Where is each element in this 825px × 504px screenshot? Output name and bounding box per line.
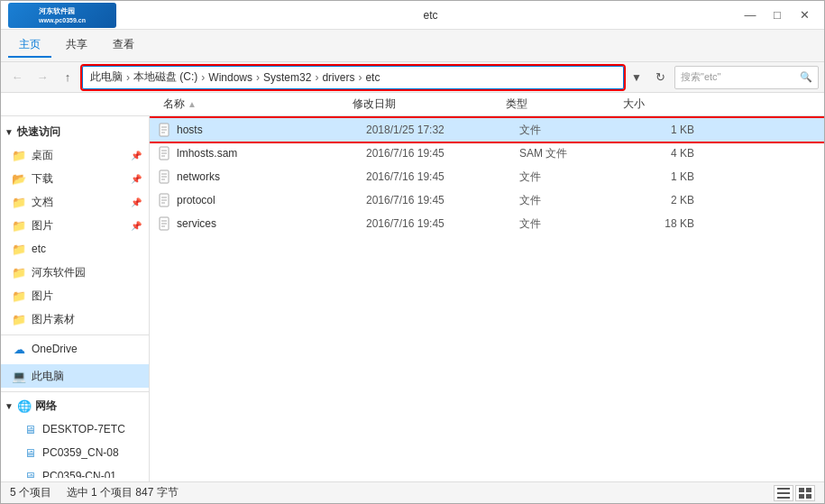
pin-icon: 📌 bbox=[131, 151, 142, 160]
tab-share[interactable]: 共享 bbox=[55, 33, 98, 58]
breadcrumb-drivers: drivers bbox=[322, 71, 354, 84]
forward-button[interactable]: → bbox=[32, 67, 53, 88]
svg-rect-26 bbox=[806, 494, 811, 499]
folder-icon: 📁 bbox=[12, 242, 26, 256]
sidebar: ▼ 快速访问 📁 桌面 📌 📂 下载 📌 📁 bbox=[1, 116, 150, 481]
file-size: 2 KB bbox=[637, 194, 709, 206]
status-bar: 5 个项目 选中 1 个项目 847 字节 bbox=[1, 481, 824, 503]
svg-rect-21 bbox=[777, 492, 790, 494]
file-type: 文件 bbox=[519, 216, 637, 232]
thispc-section: 💻 此电脑 bbox=[1, 364, 149, 388]
file-date: 2016/7/16 19:45 bbox=[366, 194, 519, 206]
tab-view[interactable]: 查看 bbox=[102, 33, 145, 58]
file-size: 18 KB bbox=[637, 217, 709, 230]
file-date: 2016/7/16 19:45 bbox=[366, 147, 519, 160]
file-type: 文件 bbox=[519, 170, 637, 185]
file-size: 1 KB bbox=[637, 124, 709, 136]
folder-icon: 📁 bbox=[12, 218, 26, 233]
sidebar-item-thispc[interactable]: 💻 此电脑 bbox=[1, 364, 149, 388]
title-bar: 河东软件园www.pc0359.cn etc — □ ✕ bbox=[1, 1, 824, 30]
file-explorer-window: 河东软件园www.pc0359.cn etc — □ ✕ 主页 共享 查看 ← … bbox=[0, 0, 825, 504]
file-icon bbox=[157, 169, 173, 185]
search-box[interactable]: 搜索"etc" 🔍 bbox=[674, 66, 819, 89]
pin-icon: 📌 bbox=[131, 221, 142, 231]
computer-icon: 💻 bbox=[12, 369, 26, 383]
sort-arrow-icon: ▲ bbox=[188, 99, 197, 109]
file-date: 2016/7/16 19:45 bbox=[366, 217, 519, 230]
sidebar-item-pictures[interactable]: 📁 图片 📌 bbox=[1, 214, 149, 237]
file-name: services bbox=[177, 217, 366, 230]
file-row-networks[interactable]: networks 2016/7/16 19:45 文件 1 KB bbox=[150, 165, 824, 188]
sidebar-item-pictures-mat[interactable]: 📁 图片素材 bbox=[1, 307, 149, 331]
file-date: 2016/7/16 19:45 bbox=[366, 170, 519, 183]
network-header[interactable]: ▼ 🌐 网络 bbox=[1, 394, 149, 417]
svg-rect-25 bbox=[799, 494, 804, 499]
sidebar-item-desktop7etc[interactable]: 🖥 DESKTOP-7ETC bbox=[1, 417, 149, 441]
computer-icon: 🖥 bbox=[23, 445, 37, 460]
file-name: networks bbox=[177, 170, 366, 183]
up-button[interactable]: ↑ bbox=[57, 67, 78, 88]
sidebar-item-pictures2[interactable]: 📁 图片 bbox=[1, 284, 149, 307]
file-type: 文件 bbox=[519, 123, 637, 138]
file-name: lmhosts.sam bbox=[177, 147, 366, 160]
sidebar-item-hedong[interactable]: 📁 河东软件园 bbox=[1, 261, 149, 284]
file-icon bbox=[157, 215, 173, 232]
file-row-hosts[interactable]: hosts 2018/1/25 17:32 文件 1 KB bbox=[150, 118, 824, 142]
maximize-button[interactable]: □ bbox=[765, 6, 790, 24]
network-icon: 🌐 bbox=[17, 399, 32, 413]
sidebar-item-desktop[interactable]: 📁 桌面 📌 bbox=[1, 143, 149, 167]
tab-home[interactable]: 主页 bbox=[8, 33, 51, 58]
address-bar[interactable]: 此电脑 › 本地磁盘 (C:) › Windows › System32 › d… bbox=[82, 66, 624, 89]
minimize-button[interactable]: — bbox=[738, 6, 763, 24]
sidebar-item-documents[interactable]: 📁 文档 📌 bbox=[1, 190, 149, 214]
refresh-button[interactable]: ↻ bbox=[649, 67, 671, 88]
main-area: ▼ 快速访问 📁 桌面 📌 📂 下载 📌 📁 bbox=[1, 116, 824, 481]
search-placeholder: 搜索"etc" bbox=[681, 70, 720, 84]
svg-rect-24 bbox=[806, 488, 811, 492]
breadcrumb-thispc: 此电脑 bbox=[90, 69, 123, 85]
file-list: hosts 2018/1/25 17:32 文件 1 KB lmhosts.sa… bbox=[150, 116, 824, 481]
col-header-size[interactable]: 大小 bbox=[623, 96, 695, 112]
close-button[interactable]: ✕ bbox=[792, 6, 817, 24]
file-size: 1 KB bbox=[637, 170, 709, 183]
network-section: ▼ 🌐 网络 🖥 DESKTOP-7ETC 🖥 PC0359_CN-08 🖥 bbox=[1, 394, 149, 478]
sidebar-item-pc0359-01[interactable]: 🖥 PC0359-CN-01 bbox=[1, 464, 149, 478]
toolbar: 主页 共享 查看 bbox=[1, 30, 824, 62]
column-headers: 名称 ▲ 修改日期 类型 大小 bbox=[1, 93, 824, 116]
address-dropdown-button[interactable]: ▼ bbox=[628, 67, 646, 88]
breadcrumb-c: 本地磁盘 (C:) bbox=[133, 69, 197, 85]
file-icon bbox=[157, 122, 173, 138]
details-view-button[interactable] bbox=[774, 485, 793, 501]
breadcrumb-windows: Windows bbox=[208, 71, 252, 84]
breadcrumb-system32: System32 bbox=[263, 71, 311, 84]
back-button[interactable]: ← bbox=[6, 67, 28, 88]
file-date: 2018/1/25 17:32 bbox=[366, 124, 519, 136]
col-header-type[interactable]: 类型 bbox=[506, 96, 623, 112]
status-items-count: 5 个项目 选中 1 个项目 847 字节 bbox=[10, 485, 179, 500]
sidebar-item-downloads[interactable]: 📂 下载 📌 bbox=[1, 167, 149, 190]
window-controls: — □ ✕ bbox=[738, 6, 817, 24]
sidebar-item-pc0359-08[interactable]: 🖥 PC0359_CN-08 bbox=[1, 441, 149, 464]
search-icon: 🔍 bbox=[800, 71, 812, 83]
col-header-date[interactable]: 修改日期 bbox=[353, 96, 506, 112]
file-row-protocol[interactable]: protocol 2016/7/16 19:45 文件 2 KB bbox=[150, 188, 824, 212]
folder-icon: 📁 bbox=[12, 148, 26, 162]
file-row-services[interactable]: services 2016/7/16 19:45 文件 18 KB bbox=[150, 212, 824, 235]
folder-icon: 📁 bbox=[12, 195, 26, 209]
svg-rect-23 bbox=[799, 488, 804, 492]
onedrive-section: ☁ OneDrive bbox=[1, 337, 149, 361]
file-icon bbox=[157, 145, 173, 161]
expand-icon: ▼ bbox=[5, 401, 14, 411]
large-icons-view-button[interactable] bbox=[795, 485, 815, 501]
quick-access-header[interactable]: ▼ 快速访问 bbox=[1, 120, 149, 143]
breadcrumb: 此电脑 › 本地磁盘 (C:) › Windows › System32 › d… bbox=[90, 69, 380, 85]
folder-icon: 📂 bbox=[12, 171, 26, 186]
breadcrumb-etc: etc bbox=[365, 71, 380, 84]
sidebar-item-etc[interactable]: 📁 etc bbox=[1, 237, 149, 261]
file-size: 4 KB bbox=[637, 147, 709, 160]
col-header-name[interactable]: 名称 ▲ bbox=[154, 96, 353, 112]
file-name: hosts bbox=[177, 124, 366, 136]
file-row-lmhosts[interactable]: lmhosts.sam 2016/7/16 19:45 SAM 文件 4 KB bbox=[150, 142, 824, 165]
folder-icon: 📁 bbox=[12, 289, 26, 303]
sidebar-item-onedrive[interactable]: ☁ OneDrive bbox=[1, 337, 149, 361]
